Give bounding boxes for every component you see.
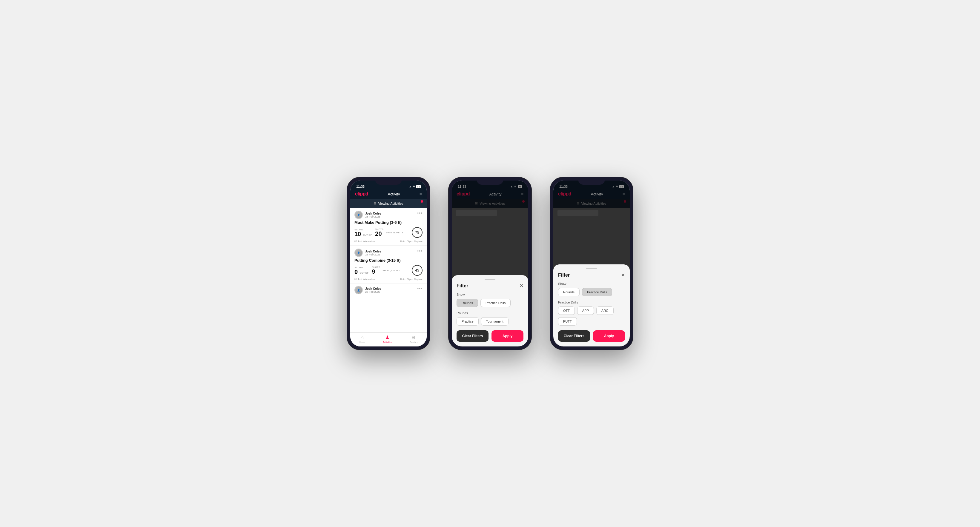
show-section-3: Show Rounds Practice Drills	[558, 282, 625, 296]
user-info-2: 👤 Josh Coles 28 Feb 2023	[355, 249, 381, 257]
user-name-1: Josh Coles	[365, 212, 381, 215]
more-btn-3[interactable]: •••	[417, 286, 423, 290]
apply-btn-2[interactable]: Apply	[492, 330, 523, 342]
logo-1: clippd	[355, 191, 368, 197]
user-date-2: 28 Feb 2023	[365, 253, 381, 256]
phone-1-screen: 11:33 ▲ ≋ 31 clippd Activity ≡ ⊞ Viewing…	[350, 181, 427, 346]
show-buttons-3: Rounds Practice Drills	[558, 288, 625, 296]
nav-activities[interactable]: ♟ Activities	[383, 335, 392, 343]
user-date-1: 28 Feb 2023	[365, 215, 381, 218]
score-value-2: 0	[355, 269, 358, 275]
bottom-nav-1: ⌂ Home ♟ Activities ⊕ Capture	[350, 332, 427, 346]
footer-info-text-1: Test Information	[358, 240, 375, 243]
more-btn-1[interactable]: •••	[417, 211, 423, 216]
activity-title-2: Putting Combine (3-15 ft)	[355, 258, 423, 263]
viewing-bar-text-1: Viewing Activities	[378, 202, 403, 205]
quality-spacer-1: Shot Quality	[386, 231, 409, 234]
battery-icon: 31	[416, 185, 421, 188]
rounds-show-btn-2[interactable]: Rounds	[457, 299, 478, 307]
clear-filters-btn-2[interactable]: Clear Filters	[457, 330, 488, 342]
viewing-bar-1[interactable]: ⊞ Viewing Activities	[350, 199, 427, 208]
drills-label-3: Practice Drills	[558, 300, 625, 304]
tournament-round-btn-2[interactable]: Tournament	[481, 317, 509, 325]
phone-2: 11:33 ▲ ≋ 31 clippd Activity ≡ ⊞ Viewing…	[448, 177, 532, 350]
quality-badge-2: 45	[412, 265, 423, 276]
activity-title-1: Must Make Putting (3-6 ft)	[355, 220, 423, 225]
app-drill-btn-3[interactable]: APP	[577, 306, 594, 315]
apply-btn-3[interactable]: Apply	[593, 330, 625, 342]
avatar-3: 👤	[355, 286, 363, 294]
score-value-1: 10	[355, 231, 361, 237]
close-modal-btn-3[interactable]: ✕	[621, 272, 625, 278]
footer-data-1: Data: Clippd Capture	[400, 240, 423, 243]
shots-stat-1: Shots 20	[375, 228, 383, 237]
score-stat-2: Score 0 OUT OF	[355, 266, 369, 275]
nav-capture[interactable]: ⊕ Capture	[409, 335, 418, 343]
modal-footer-2: Clear Filters Apply	[457, 330, 523, 342]
footer-info-1: ⓘ Test Information	[355, 240, 375, 243]
drills-section-3: Practice Drills OTT APP ARG PUTT	[558, 300, 625, 325]
user-meta-1: Josh Coles 28 Feb 2023	[365, 212, 381, 218]
footer-info-text-2: Test Information	[358, 278, 375, 281]
modal-header-3: Filter ✕	[558, 272, 625, 278]
notification-dot-1	[421, 200, 423, 203]
modal-overlay-3: Filter ✕ Show Rounds Practice Drills Pra…	[553, 181, 630, 346]
score-stat-1: Score 10 OUT OF	[355, 228, 373, 237]
modal-title-3: Filter	[558, 273, 570, 278]
show-section-2: Show Rounds Practice Drills	[457, 293, 523, 307]
modal-header-2: Filter ✕	[457, 283, 523, 289]
practice-round-btn-2[interactable]: Practice	[457, 317, 479, 325]
modal-title-2: Filter	[457, 283, 468, 289]
status-icons-1: ▲ ≋ 31	[409, 185, 421, 188]
practice-drills-show-btn-3[interactable]: Practice Drills	[582, 288, 612, 296]
info-icon-1: ⓘ	[355, 240, 357, 243]
round-buttons-2: Practice Tournament	[457, 317, 523, 325]
user-meta-2: Josh Coles 28 Feb 2023	[365, 250, 381, 256]
shots-value-1: 20	[375, 230, 382, 237]
card-header-1: 👤 Josh Coles 28 Feb 2023 •••	[355, 211, 423, 219]
footer-data-2: Data: Clippd Capture	[400, 278, 423, 281]
menu-icon-1[interactable]: ≡	[420, 192, 422, 196]
stats-row-1: Score 10 OUT OF Shots 20 Shot Quality	[355, 227, 423, 238]
rounds-label-2: Rounds	[457, 311, 523, 315]
phone-3: 11:33 ▲ ≋ 31 clippd Activity ≡ ⊞ Viewing…	[550, 177, 633, 350]
phone-1: 11:33 ▲ ≋ 31 clippd Activity ≡ ⊞ Viewing…	[347, 177, 430, 350]
arg-drill-btn-3[interactable]: ARG	[596, 306, 614, 315]
phone-2-screen: 11:33 ▲ ≋ 31 clippd Activity ≡ ⊞ Viewing…	[452, 181, 528, 346]
user-name-3: Josh Coles	[365, 287, 381, 290]
phone-3-screen: 11:33 ▲ ≋ 31 clippd Activity ≡ ⊞ Viewing…	[553, 181, 630, 346]
avatar-2: 👤	[355, 249, 363, 257]
user-date-3: 28 Feb 2023	[365, 290, 381, 293]
modal-footer-3: Clear Filters Apply	[558, 330, 625, 342]
rounds-show-btn-3[interactable]: Rounds	[558, 288, 579, 296]
notch	[375, 177, 402, 185]
card-footer-2: ⓘ Test Information Data: Clippd Capture	[355, 278, 423, 281]
footer-info-2: ⓘ Test Information	[355, 278, 375, 281]
clear-filters-btn-3[interactable]: Clear Filters	[558, 330, 590, 342]
show-buttons-2: Rounds Practice Drills	[457, 299, 523, 307]
ott-drill-btn-3[interactable]: OTT	[558, 306, 575, 315]
show-label-3: Show	[558, 282, 625, 286]
more-btn-2[interactable]: •••	[417, 249, 423, 253]
shots-stat-2: Shots 9	[372, 266, 380, 275]
modal-overlay-2: Filter ✕ Show Rounds Practice Drills Rou…	[452, 181, 528, 346]
practice-drills-show-btn-2[interactable]: Practice Drills	[480, 299, 511, 307]
capture-icon: ⊕	[412, 335, 416, 340]
nav-capture-label: Capture	[409, 341, 418, 343]
header-title-1: Activity	[388, 192, 400, 196]
avatar-1: 👤	[355, 211, 363, 219]
filter-modal-2: Filter ✕ Show Rounds Practice Drills Rou…	[452, 275, 528, 346]
quality-badge-1: 75	[412, 227, 423, 238]
card-footer-1: ⓘ Test Information Data: Clippd Capture	[355, 240, 423, 243]
phones-container: 11:33 ▲ ≋ 31 clippd Activity ≡ ⊞ Viewing…	[347, 177, 633, 350]
putt-drill-btn-3[interactable]: PUTT	[558, 317, 577, 325]
signal-icon: ▲	[409, 185, 412, 188]
quality-label-1: Shot Quality	[386, 231, 409, 234]
activity-card-2: 👤 Josh Coles 28 Feb 2023 ••• Putting Com…	[350, 246, 427, 284]
user-meta-3: Josh Coles 28 Feb 2023	[365, 287, 381, 293]
close-modal-btn-2[interactable]: ✕	[520, 283, 523, 289]
out-of-1: OUT OF	[363, 234, 372, 237]
modal-handle-2	[485, 279, 495, 280]
nav-home[interactable]: ⌂ Home	[359, 335, 365, 343]
user-info-1: 👤 Josh Coles 28 Feb 2023	[355, 211, 381, 219]
